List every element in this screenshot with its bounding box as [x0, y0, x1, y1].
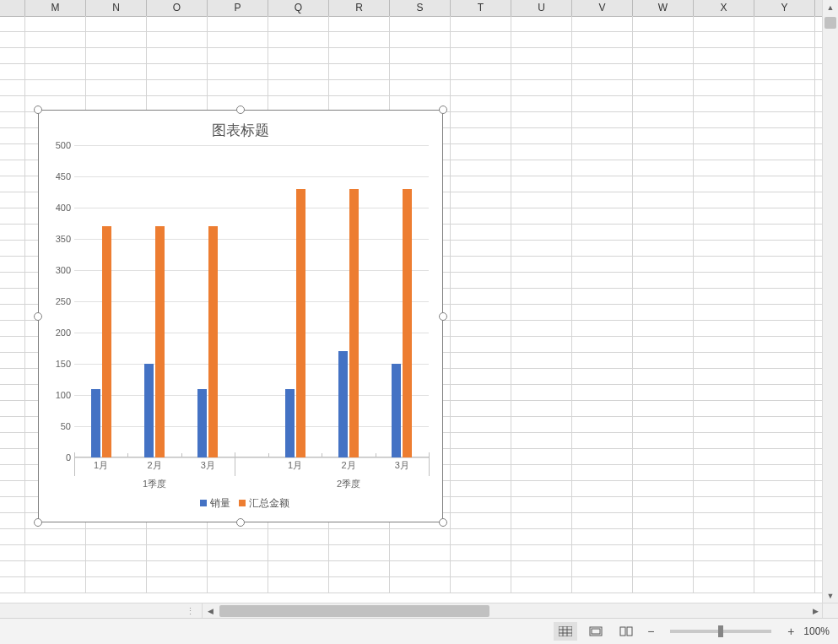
cell[interactable] — [0, 144, 25, 160]
cell[interactable] — [208, 64, 268, 80]
cell[interactable] — [451, 561, 511, 577]
cell[interactable] — [511, 497, 572, 513]
cell[interactable] — [754, 241, 815, 257]
column-header-M[interactable]: M — [25, 0, 86, 16]
cell[interactable] — [572, 32, 633, 48]
column-header-X[interactable]: X — [694, 0, 754, 16]
cell[interactable] — [633, 208, 694, 225]
resize-handle-top-right[interactable] — [439, 106, 447, 114]
cell[interactable] — [633, 561, 694, 577]
column-header-N[interactable]: N — [86, 0, 147, 16]
cell[interactable] — [694, 112, 754, 128]
bar-销量[interactable] — [91, 389, 100, 457]
cell[interactable] — [754, 481, 815, 497]
cell[interactable] — [451, 80, 511, 96]
cell[interactable] — [0, 529, 25, 545]
legend-label[interactable]: 销量 — [210, 497, 230, 509]
cell[interactable] — [694, 96, 754, 112]
cell[interactable] — [0, 513, 25, 529]
cell[interactable] — [633, 80, 694, 96]
bar-销量[interactable] — [285, 389, 295, 457]
cell[interactable] — [754, 64, 815, 80]
cell[interactable] — [694, 64, 754, 80]
cell[interactable] — [511, 160, 572, 176]
cell[interactable] — [511, 192, 572, 208]
cell[interactable] — [633, 433, 694, 449]
cell[interactable] — [511, 353, 572, 369]
cell[interactable] — [572, 449, 633, 465]
cell[interactable] — [268, 577, 329, 593]
cell[interactable] — [268, 32, 329, 48]
cell[interactable] — [390, 561, 451, 577]
cell[interactable] — [572, 160, 633, 176]
cell[interactable] — [572, 128, 633, 144]
column-header-T[interactable]: T — [451, 0, 511, 16]
cell[interactable] — [694, 273, 754, 289]
column-header-O[interactable]: O — [147, 0, 208, 16]
cell[interactable] — [451, 208, 511, 225]
scroll-left-button[interactable]: ◀ — [203, 603, 218, 619]
view-normal-button[interactable] — [554, 622, 577, 641]
cell[interactable] — [451, 176, 511, 192]
view-page-layout-button[interactable] — [584, 622, 608, 641]
cell[interactable] — [268, 16, 329, 32]
cell[interactable] — [208, 48, 268, 64]
cell[interactable] — [0, 257, 25, 273]
cell[interactable] — [0, 337, 25, 353]
bar-汇总金额[interactable] — [155, 226, 165, 457]
scroll-up-button[interactable]: ▲ — [823, 0, 838, 15]
cell[interactable] — [25, 80, 86, 96]
cell[interactable] — [0, 481, 25, 497]
cell[interactable] — [633, 321, 694, 337]
cell[interactable] — [572, 385, 633, 401]
cell[interactable] — [633, 513, 694, 529]
cell[interactable] — [390, 80, 451, 96]
cell[interactable] — [147, 545, 208, 561]
bar-汇总金额[interactable] — [102, 226, 111, 457]
cell[interactable] — [572, 401, 633, 417]
cell[interactable] — [208, 577, 268, 593]
cell[interactable] — [572, 497, 633, 513]
cell[interactable] — [511, 112, 572, 128]
cell[interactable] — [451, 337, 511, 353]
cell[interactable] — [0, 353, 25, 369]
plot-area[interactable]: 050100150200250300350400450500 — [46, 145, 435, 457]
cell[interactable] — [633, 96, 694, 112]
cell[interactable] — [208, 529, 268, 545]
cell[interactable] — [694, 433, 754, 449]
cell[interactable] — [572, 208, 633, 225]
resize-handle-top-left[interactable] — [34, 106, 42, 114]
cell[interactable] — [451, 497, 511, 513]
cell[interactable] — [633, 128, 694, 144]
cell[interactable] — [451, 64, 511, 80]
cell[interactable] — [754, 16, 815, 32]
cell[interactable] — [694, 241, 754, 257]
cell[interactable] — [511, 64, 572, 80]
cell[interactable] — [754, 112, 815, 128]
cell[interactable] — [694, 128, 754, 144]
cell[interactable] — [694, 321, 754, 337]
cell[interactable] — [633, 225, 694, 241]
cell[interactable] — [329, 16, 390, 32]
cell[interactable] — [633, 353, 694, 369]
cell[interactable] — [451, 48, 511, 64]
cell[interactable] — [0, 321, 25, 337]
cell[interactable] — [451, 449, 511, 465]
cell[interactable] — [511, 513, 572, 529]
resize-handle-bottom-right[interactable] — [439, 518, 447, 527]
cell[interactable] — [572, 561, 633, 577]
cell[interactable] — [86, 529, 147, 545]
cell[interactable] — [86, 16, 147, 32]
cell[interactable] — [754, 257, 815, 273]
cell[interactable] — [451, 513, 511, 529]
cell[interactable] — [754, 192, 815, 208]
cell[interactable] — [390, 577, 451, 593]
resize-handle-left-center[interactable] — [34, 312, 42, 321]
cell[interactable] — [572, 257, 633, 273]
cell[interactable] — [754, 305, 815, 321]
cell[interactable] — [633, 64, 694, 80]
cell[interactable] — [86, 561, 147, 577]
cell[interactable] — [268, 545, 329, 561]
cell[interactable] — [694, 144, 754, 160]
column-header-P[interactable]: P — [208, 0, 268, 16]
